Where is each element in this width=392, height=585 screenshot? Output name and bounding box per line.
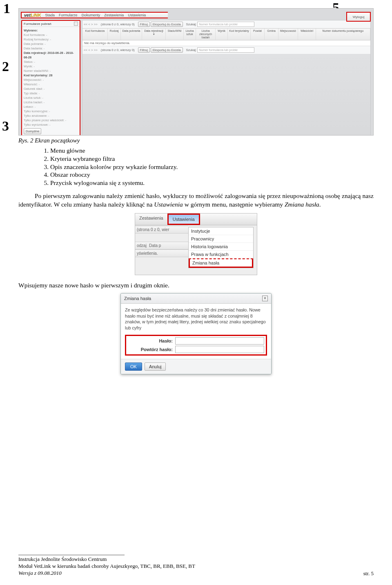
filter-item: Liczba badań: - [24,100,78,105]
menu-item-historia[interactable]: Historia logowania [189,243,253,251]
filter-item: Tylko pisane przez właścicieli: - [24,118,78,122]
search-label: Szukaj: [186,22,197,26]
screenshot-dialog: Zmiana hasła × Ze względów bezpieczeństw… [120,293,272,374]
filter-item: Tylko anulowane: - [24,113,78,118]
main-workspace: << < > >> (strona 0 z 0, wierszy 0) Filt… [82,20,371,136]
fragment-text: (strona 0 z 0, wier [135,226,188,234]
screenshot-main: vetLINK Stada Formularze Dokumenty Zesta… [18,8,374,136]
page-number: str. 5 [363,570,374,577]
repeat-password-input[interactable] [175,346,264,353]
menu-item-zmiana-hasla[interactable]: Zmiana hasła [189,258,253,268]
menu-ustawienia[interactable]: Ustawienia [128,13,146,17]
filter-item: Lekarz: - [24,105,78,109]
fragment-text: yświetlenia. [135,249,188,257]
filter-item: Miejscowość: - [24,78,78,82]
figure-caption: Rys. 2 Ekran początkowy [18,137,374,144]
list-item: Kryteria wybranego filtra [50,155,374,163]
label-wybrano: Wybrano: [24,28,78,33]
search-input[interactable]: Numer formularza lub próbki [197,47,254,53]
pager-nav[interactable]: << < > >> [84,48,98,52]
tab-ustawienia[interactable]: Ustawienia [167,214,200,225]
filter-panel-header: Formularze pobrań [22,21,80,27]
filter-item: Data pobrania: - [24,42,78,46]
table-header: Kod formularza Rodzaj Data pobrania Data… [82,28,370,40]
filter-button[interactable]: Filtruj [138,47,150,53]
menu-item-prawa[interactable]: Prawa w funkcjach [189,251,253,258]
toolbar-bottom: << < > >> (strona 0 z 0, wierszy 0) Filt… [82,46,370,54]
menu-dokumenty[interactable]: Dokumenty [82,13,100,17]
filter-item: Numer stada/WNI: - [24,69,78,73]
menu-stada[interactable]: Stada [45,13,55,17]
main-menu-bar: vetLINK Stada Formularze Dokumenty Zesta… [21,12,168,18]
filter-item: Rodzaj formularzy: - [24,37,78,42]
list-item: Przycisk wylogowania się z systemu. [50,179,374,187]
pager-info: (strona 0 z 0, wierszy 0) [101,22,135,26]
filter-item: Typ stada: - [24,91,78,96]
ok-button[interactable]: OK [125,363,142,371]
paragraph: Wpisujemy nasze nowe hasło w pierwszym i… [18,282,374,289]
filter-item: Tylko komercyjne: - [24,109,78,113]
label-repeat-password: Powtórz hasło: [128,347,173,352]
filter-item: Wynik: - [24,64,78,69]
toolbar-top: << < > >> (strona 0 z 0, wierszy 0) Filt… [82,20,370,28]
list-item: Obszar roboczy [50,171,374,179]
screenshot-menu: Zestawienia Ustawienia (strona 0 z 0, wi… [135,213,257,275]
search-label: Szukaj: [186,48,197,52]
annotation-3: 3 [2,118,9,134]
filter-item: Gatunek stad: - [24,87,78,91]
empty-message: Nie ma niczego do wyświetlenia. [82,40,370,46]
password-input[interactable] [175,337,264,345]
menu-item-instytucje[interactable]: Instytucje [189,227,253,235]
annotation-2: 2 [2,59,9,74]
menu-item-pracownicy[interactable]: Pracownicy [189,235,253,243]
tab-zestawienia[interactable]: Zestawienia [135,214,167,225]
export-button[interactable]: Eksportuj do Excela [151,22,183,27]
dropdown-menu: Instytucje Pracownicy Historia logowania… [188,227,254,268]
filter-item: Tylko wyrózniowe: - [24,122,78,127]
filter-item: Data badania: - [24,46,78,51]
cancel-button[interactable]: Anuluj [145,363,166,371]
password-fields-highlight: Hasło: Powtórz hasło: [125,335,267,356]
collapse-icon[interactable] [74,22,78,26]
footer-version: Wersja z 09.08.2010 [18,570,374,577]
dialog-title: Zmiana hasła [124,296,151,301]
filter-item: Liczba sztuk: - [24,96,78,100]
filter-button[interactable]: Filtruj [138,22,150,27]
export-button[interactable]: Eksportuj do Excela [151,47,183,53]
footer-line1: Instrukcja Jednolite Środowisko Centrum [18,556,374,563]
default-button[interactable]: Domyślne [24,128,41,134]
filter-date-reg: Data rejestracji: 2010-06-28 - 2010-06-2… [24,51,78,60]
annotation-1: 1 [3,1,10,16]
search-input[interactable]: Numer formularza lub próbki [197,22,254,27]
menu-zestawienia[interactable]: Zestawienia [104,13,124,17]
pager-nav[interactable]: << < > >> [84,22,98,26]
logout-button[interactable]: Wyloguj [346,12,371,22]
dialog-description: Ze względów bezpieczeństwa należy co 30 … [125,307,267,331]
filter-panel: Formularze pobrań Wybrano: Kod formularz… [21,20,80,136]
menu-formularze[interactable]: Formularze [59,13,78,17]
list-item: Opis znaczenia kolorów przy wykazie form… [50,163,374,171]
close-icon[interactable]: × [262,296,268,301]
paragraph: Po pierwszym zalogowaniu należy zmienić … [18,192,374,209]
filter-item: Własność: - [24,82,78,87]
list-item: Menu główne [50,147,374,155]
pager-info: (strona 0 z 0, wierszy 0) [101,48,135,52]
footer-line2: Moduł VetLink w kierunku badań choroby A… [18,563,374,570]
filter-item: Status: - [24,60,78,64]
filter-item: Kod formularza: - [24,33,78,37]
page-footer: Instrukcja Jednolite Środowisko Centrum … [18,555,374,577]
label-password: Hasło: [128,338,173,343]
numbered-list: Menu główne Kryteria wybranego filtra Op… [50,147,374,187]
app-logo: vetLINK [24,13,41,18]
fragment-text: odzajData p [135,242,188,249]
filter-kod-ter: Kod terytorialny: 28 [24,73,78,78]
